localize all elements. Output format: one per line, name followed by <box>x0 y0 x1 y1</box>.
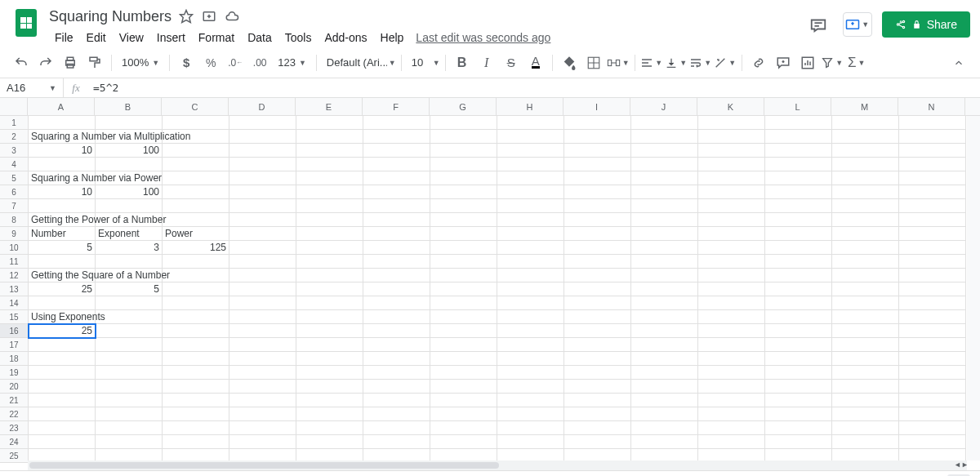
print-icon[interactable] <box>59 52 82 73</box>
cell-G15[interactable] <box>430 310 497 324</box>
cell-D4[interactable] <box>229 158 296 171</box>
cell-N21[interactable] <box>899 394 966 407</box>
cell-K6[interactable] <box>698 185 765 199</box>
star-icon[interactable] <box>178 8 194 24</box>
cell-L14[interactable] <box>765 296 832 310</box>
cell-A8[interactable]: Getting the Power of a Number <box>29 213 96 227</box>
cell-I12[interactable] <box>564 269 631 282</box>
cell-D15[interactable] <box>229 310 296 324</box>
cell-N8[interactable] <box>899 213 966 227</box>
row-header-25[interactable]: 25 <box>0 449 28 463</box>
cell-C20[interactable] <box>163 380 229 394</box>
cell-K5[interactable] <box>698 171 765 185</box>
cell-E12[interactable] <box>296 269 363 282</box>
sheets-logo[interactable] <box>10 7 42 39</box>
col-header-H[interactable]: H <box>497 98 564 115</box>
cell-I11[interactable] <box>564 255 631 269</box>
col-header-E[interactable]: E <box>296 98 363 115</box>
present-button[interactable]: ▼ <box>843 12 872 37</box>
col-header-B[interactable]: B <box>95 98 162 115</box>
cell-C1[interactable] <box>163 116 229 130</box>
cell-E5[interactable] <box>296 171 363 185</box>
col-header-N[interactable]: N <box>898 98 965 115</box>
cell-L18[interactable] <box>765 352 832 366</box>
cell-H6[interactable] <box>497 185 564 199</box>
cell-H1[interactable] <box>497 116 564 130</box>
cell-K19[interactable] <box>698 366 765 380</box>
cell-A3[interactable]: 10 <box>29 144 96 158</box>
row-header-24[interactable]: 24 <box>0 435 28 449</box>
cell-L5[interactable] <box>765 171 832 185</box>
cell-G20[interactable] <box>430 380 497 394</box>
cell-I9[interactable] <box>564 227 631 241</box>
cell-J24[interactable] <box>631 435 698 449</box>
cell-A18[interactable] <box>29 352 96 366</box>
menu-format[interactable]: Format <box>193 29 240 47</box>
halign-icon[interactable]: ▼ <box>640 52 663 73</box>
bold-icon[interactable]: B <box>451 52 474 73</box>
cell-D3[interactable] <box>229 144 296 158</box>
cell-B23[interactable] <box>96 421 163 435</box>
cell-N2[interactable] <box>899 130 966 144</box>
cell-I16[interactable] <box>564 324 631 338</box>
row-header-21[interactable]: 21 <box>0 394 28 407</box>
cell-G18[interactable] <box>430 352 497 366</box>
cell-C11[interactable] <box>163 255 229 269</box>
cell-B21[interactable] <box>96 394 163 407</box>
cell-K16[interactable] <box>698 324 765 338</box>
cell-J22[interactable] <box>631 407 698 421</box>
cell-D5[interactable] <box>229 171 296 185</box>
menu-tools[interactable]: Tools <box>279 29 318 47</box>
cell-G17[interactable] <box>430 338 497 352</box>
cell-F10[interactable] <box>363 241 430 255</box>
cell-K13[interactable] <box>698 282 765 296</box>
cell-L22[interactable] <box>765 407 832 421</box>
cell-M2[interactable] <box>832 130 899 144</box>
cell-D24[interactable] <box>229 435 296 449</box>
cell-H24[interactable] <box>497 435 564 449</box>
cell-D2[interactable] <box>229 130 296 144</box>
cell-G13[interactable] <box>430 282 497 296</box>
cell-J10[interactable] <box>631 241 698 255</box>
cell-N5[interactable] <box>899 171 966 185</box>
col-header-M[interactable]: M <box>831 98 898 115</box>
cell-K9[interactable] <box>698 227 765 241</box>
cell-F20[interactable] <box>363 380 430 394</box>
cell-G5[interactable] <box>430 171 497 185</box>
row-header-3[interactable]: 3 <box>0 144 28 158</box>
cell-L15[interactable] <box>765 310 832 324</box>
row-header-23[interactable]: 23 <box>0 421 28 435</box>
cell-J11[interactable] <box>631 255 698 269</box>
cell-E16[interactable] <box>296 324 363 338</box>
cell-H13[interactable] <box>497 282 564 296</box>
cell-K20[interactable] <box>698 380 765 394</box>
menu-insert[interactable]: Insert <box>151 29 191 47</box>
cell-D21[interactable] <box>229 394 296 407</box>
cell-I6[interactable] <box>564 185 631 199</box>
cell-A11[interactable] <box>29 255 96 269</box>
cell-B10[interactable]: 3 <box>96 241 163 255</box>
row-header-20[interactable]: 20 <box>0 380 28 394</box>
cell-E19[interactable] <box>296 366 363 380</box>
cell-N1[interactable] <box>899 116 966 130</box>
col-header-F[interactable]: F <box>363 98 430 115</box>
cell-C7[interactable] <box>163 199 229 213</box>
cell-H8[interactable] <box>497 213 564 227</box>
cell-B22[interactable] <box>96 407 163 421</box>
cell-I15[interactable] <box>564 310 631 324</box>
cell-B15[interactable] <box>96 310 163 324</box>
cell-M17[interactable] <box>832 338 899 352</box>
scroll-nav[interactable]: ◄► <box>954 460 980 470</box>
cell-I17[interactable] <box>564 338 631 352</box>
cell-N9[interactable] <box>899 227 966 241</box>
cell-G21[interactable] <box>430 394 497 407</box>
cell-L17[interactable] <box>765 338 832 352</box>
cell-H3[interactable] <box>497 144 564 158</box>
cell-L23[interactable] <box>765 421 832 435</box>
cell-A14[interactable] <box>29 296 96 310</box>
cell-H22[interactable] <box>497 407 564 421</box>
cell-I5[interactable] <box>564 171 631 185</box>
cell-I4[interactable] <box>564 158 631 171</box>
cell-L16[interactable] <box>765 324 832 338</box>
italic-icon[interactable]: I <box>475 52 498 73</box>
